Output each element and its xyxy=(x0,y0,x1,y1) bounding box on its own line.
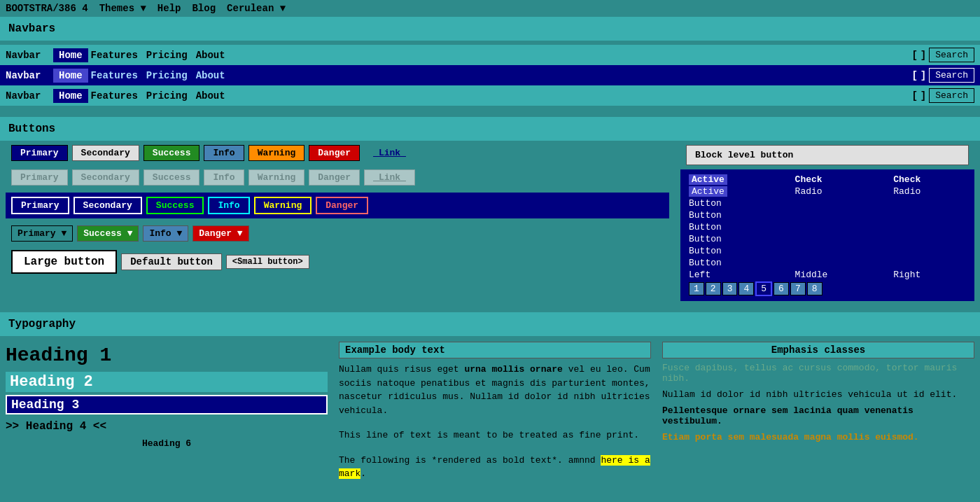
btn-dropdown-info[interactable]: Info ▼ xyxy=(143,225,188,242)
nav-link-about-1[interactable]: About xyxy=(196,50,225,61)
btn-group-item-6: Button xyxy=(685,257,970,269)
group-btn-1[interactable]: Button xyxy=(685,197,791,209)
nav-link-about-2[interactable]: About xyxy=(196,70,225,81)
group-btn-4[interactable]: Button xyxy=(685,233,791,245)
nav-link-pricing-2[interactable]: Pricing xyxy=(146,70,188,81)
typo-body: Example body text Nullam quis risus eget… xyxy=(339,342,651,481)
align-middle-label: Middle xyxy=(791,269,890,281)
btn-row-2: Primary Secondary Success Info Warning D… xyxy=(6,165,669,190)
page-7[interactable]: 7 xyxy=(790,282,806,295)
page-5[interactable]: 5 xyxy=(755,281,772,296)
group-btn-2[interactable]: Button xyxy=(685,209,791,221)
navbar-row-2: Navbar Home Features Pricing About [ ] S… xyxy=(0,65,980,85)
btn-info-outline[interactable]: Info xyxy=(208,197,249,214)
navbar-search-area-2: [ ] Search xyxy=(911,68,974,83)
btn-group-item-3: Button xyxy=(685,221,970,233)
btn-danger-outline[interactable]: Danger xyxy=(316,197,368,214)
navbar-links-1: Features Pricing About xyxy=(91,50,912,61)
search-button-3[interactable]: Search xyxy=(929,88,974,103)
heading-1: Heading 1 xyxy=(6,342,328,369)
app-name: BOOTSTRA/386 4 xyxy=(6,3,88,14)
nav-link-pricing-3[interactable]: Pricing xyxy=(146,90,188,102)
search-button-2[interactable]: Search xyxy=(929,68,974,83)
btn-secondary-outline[interactable]: Secondary xyxy=(74,197,142,214)
navbar-brand-2[interactable]: Home xyxy=(53,69,88,83)
nav-link-features-3[interactable]: Features xyxy=(91,90,138,102)
page-2[interactable]: 2 xyxy=(706,282,721,295)
btn-default[interactable]: Default button xyxy=(121,253,222,270)
btn-group-subheader-row: Active Radio Radio xyxy=(685,186,970,197)
btn-dropdown-primary[interactable]: Primary ▼ xyxy=(11,225,73,242)
btn-primary-1[interactable]: Primary xyxy=(11,145,68,161)
nav-link-features-1[interactable]: Features xyxy=(91,50,138,61)
navbar-row-1: Navbar Home Features Pricing About [ ] S… xyxy=(0,45,980,65)
emphasis-bold: Pellentesque ornare sem lacinia quam ven… xyxy=(662,405,974,426)
alignment-row: Left Middle Right xyxy=(685,269,970,281)
search-button-1[interactable]: Search xyxy=(929,48,974,62)
search-bracket-close-3: ] xyxy=(920,90,926,102)
align-right-label: Right xyxy=(889,269,970,281)
btn-secondary-1[interactable]: Secondary xyxy=(72,145,139,161)
group-btn-5[interactable]: Button xyxy=(685,245,791,257)
cerulean-menu[interactable]: Cerulean xyxy=(227,3,286,14)
btn-warning-disabled: Warning xyxy=(248,169,305,186)
group-header-check: Check xyxy=(791,174,890,186)
btn-success-outline[interactable]: Success xyxy=(146,197,204,214)
btn-danger-1[interactable]: Danger xyxy=(309,145,360,161)
buttons-right: Block level button Active Check Check Ac… xyxy=(680,141,974,301)
btn-info-1[interactable]: Info xyxy=(204,145,244,161)
btn-block[interactable]: Block level button xyxy=(686,145,969,165)
navbar-search-area-3: [ ] Search xyxy=(911,88,974,103)
btn-dropdown-danger[interactable]: Danger ▼ xyxy=(192,225,248,242)
group-sub-active: Active xyxy=(685,186,791,197)
buttons-left: Primary Secondary Success Info Warning D… xyxy=(6,141,669,301)
btn-warning-1[interactable]: Warning xyxy=(248,145,305,161)
heading-6: Heading 6 xyxy=(6,435,328,452)
navbar-brand-3[interactable]: Home xyxy=(53,89,88,103)
align-left-label: Left xyxy=(685,269,791,281)
search-bracket-open-3: [ xyxy=(911,90,917,102)
btn-group-item-2: Button xyxy=(685,209,970,221)
search-bracket-open-1: [ xyxy=(911,50,917,61)
navbars-section: Navbars Navbar Home Features Pricing Abo… xyxy=(0,17,980,117)
emphasis-header: Emphasis classes xyxy=(662,342,974,358)
navbar-label-3: Navbar xyxy=(6,90,48,102)
nav-link-features-2[interactable]: Features xyxy=(91,70,138,81)
themes-menu[interactable]: Themes xyxy=(99,3,146,14)
emphasis-muted: Fusce dapibus, tellus ac cursus commodo,… xyxy=(662,363,974,384)
group-btn-3[interactable]: Button xyxy=(685,221,791,233)
btn-info-disabled: Info xyxy=(204,169,244,186)
page-8[interactable]: 8 xyxy=(807,282,822,295)
btn-dropdown-success[interactable]: Success ▼ xyxy=(77,225,139,242)
btn-small[interactable]: <Small button> xyxy=(226,255,309,269)
navbar-brand-1[interactable]: Home xyxy=(53,48,88,62)
bold-span: urna mollis ornare xyxy=(464,364,562,375)
btn-groups-table: Active Check Check Active Radio Radio Bu… xyxy=(685,174,970,297)
navbar-row-3: Navbar Home Features Pricing About [ ] S… xyxy=(0,85,980,106)
typography-section-header: Typography xyxy=(0,312,980,336)
btn-warning-outline[interactable]: Warning xyxy=(254,197,312,214)
typo-headings: Heading 1 Heading 2 Heading 3 Heading 4 … xyxy=(6,342,328,481)
help-menu[interactable]: Help xyxy=(158,3,181,14)
group-btn-6[interactable]: Button xyxy=(685,257,791,269)
btn-success-1[interactable]: Success xyxy=(144,145,200,161)
page-6[interactable]: 6 xyxy=(774,282,789,295)
page-4[interactable]: 4 xyxy=(738,282,754,295)
btn-primary-outline[interactable]: Primary xyxy=(11,197,69,214)
search-bracket-close-2: ] xyxy=(920,70,926,81)
emphasis-normal: Nullam id dolor id nibh ultricies vehicu… xyxy=(662,389,974,400)
btn-large[interactable]: Large button xyxy=(11,250,117,274)
nav-link-pricing-1[interactable]: Pricing xyxy=(146,50,188,61)
btn-link-1[interactable]: _Link_ xyxy=(364,145,415,161)
navbar-label-2: Navbar xyxy=(6,70,48,81)
btn-row-3: Primary Secondary Success Info Warning D… xyxy=(6,193,669,218)
blog-menu[interactable]: Blog xyxy=(192,3,216,14)
page-3[interactable]: 3 xyxy=(722,282,738,295)
nav-link-about-3[interactable]: About xyxy=(196,90,225,102)
btn-danger-disabled: Danger xyxy=(309,169,360,186)
btn-row-1: Primary Secondary Success Info Warning D… xyxy=(6,141,669,165)
page-1[interactable]: 1 xyxy=(689,282,704,295)
btn-row-sizes: Large button Default button <Small butto… xyxy=(6,246,669,278)
btn-secondary-disabled: Secondary xyxy=(72,169,139,186)
btn-group-item-4: Button xyxy=(685,233,970,245)
